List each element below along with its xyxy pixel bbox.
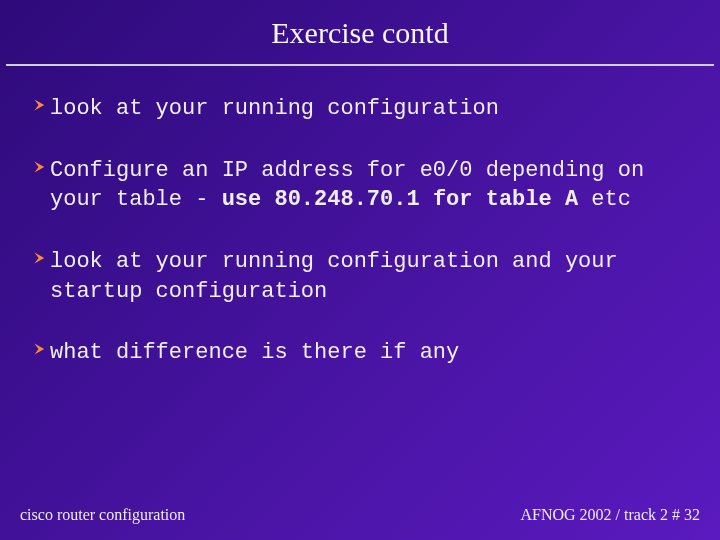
bullet-text-post: etc: [578, 187, 631, 212]
arrow-icon: [32, 94, 48, 112]
slide-title: Exercise contd: [6, 0, 714, 66]
footer-left: cisco router configuration: [20, 506, 185, 524]
bullet-text: what difference is there if any: [50, 338, 688, 368]
bullet-item: what difference is there if any: [32, 338, 688, 368]
bullet-text-bold: use 80.248.70.1 for table A: [222, 187, 578, 212]
slide-footer: cisco router configuration AFNOG 2002 / …: [20, 506, 700, 524]
slide: Exercise contd look at your running conf…: [0, 0, 720, 540]
bullet-item: look at your running configuration and y…: [32, 247, 688, 306]
footer-right: AFNOG 2002 / track 2 # 32: [520, 506, 700, 524]
bullet-text: look at your running configuration and y…: [50, 247, 688, 306]
arrow-icon: [32, 338, 48, 356]
bullet-text: Configure an IP address for e0/0 dependi…: [50, 156, 688, 215]
bullet-text: look at your running configuration: [50, 94, 688, 124]
slide-content: look at your running configuration Confi…: [0, 66, 720, 368]
arrow-icon: [32, 156, 48, 174]
bullet-item: look at your running configuration: [32, 94, 688, 124]
arrow-icon: [32, 247, 48, 265]
bullet-item: Configure an IP address for e0/0 dependi…: [32, 156, 688, 215]
